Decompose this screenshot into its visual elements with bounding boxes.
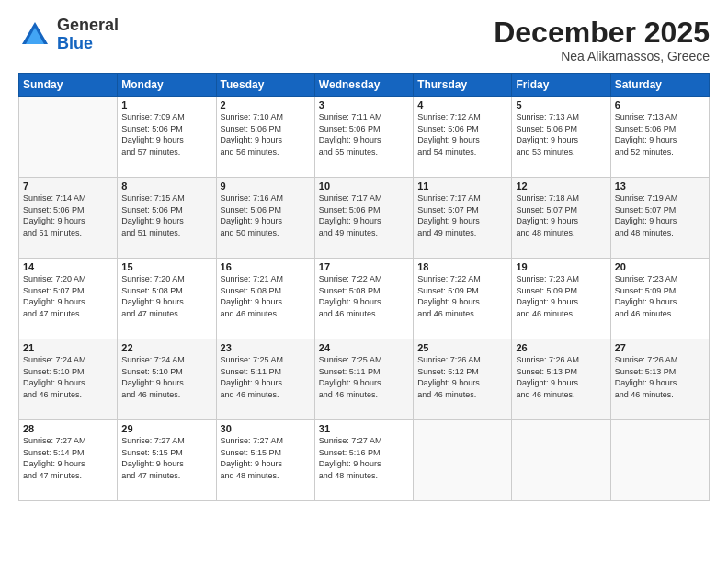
day-info: Sunrise: 7:24 AMSunset: 5:10 PMDaylight:… (121, 354, 211, 400)
table-row (414, 420, 512, 501)
logo-general: General (57, 16, 119, 34)
table-row (19, 97, 118, 178)
day-number: 11 (417, 180, 507, 191)
day-info: Sunrise: 7:20 AMSunset: 5:08 PMDaylight:… (121, 273, 211, 319)
day-info: Sunrise: 7:13 AMSunset: 5:06 PMDaylight:… (516, 111, 606, 157)
day-info: Sunrise: 7:10 AMSunset: 5:06 PMDaylight:… (221, 111, 311, 157)
calendar-week-row: 21Sunrise: 7:24 AMSunset: 5:10 PMDayligh… (19, 339, 710, 420)
col-wednesday: Wednesday (314, 74, 413, 97)
day-info: Sunrise: 7:25 AMSunset: 5:11 PMDaylight:… (319, 354, 409, 400)
day-number: 16 (221, 261, 311, 272)
day-number: 17 (319, 261, 409, 272)
table-row: 18Sunrise: 7:22 AMSunset: 5:09 PMDayligh… (414, 259, 512, 339)
table-row: 22Sunrise: 7:24 AMSunset: 5:10 PMDayligh… (118, 339, 216, 420)
table-row: 23Sunrise: 7:25 AMSunset: 5:11 PMDayligh… (216, 339, 314, 420)
calendar-week-row: 7Sunrise: 7:14 AMSunset: 5:06 PMDaylight… (19, 178, 710, 259)
day-number: 20 (615, 261, 705, 272)
title-area: December 2025 Nea Alikarnassos, Greece (494, 17, 710, 63)
day-info: Sunrise: 7:26 AMSunset: 5:13 PMDaylight:… (615, 354, 705, 400)
table-row (512, 420, 610, 501)
day-number: 9 (221, 180, 311, 191)
day-info: Sunrise: 7:23 AMSunset: 5:09 PMDaylight:… (615, 273, 705, 319)
logo-icon (18, 18, 51, 52)
table-row: 29Sunrise: 7:27 AMSunset: 5:15 PMDayligh… (118, 420, 216, 501)
day-number: 22 (121, 342, 211, 353)
table-row: 7Sunrise: 7:14 AMSunset: 5:06 PMDaylight… (19, 178, 118, 259)
day-number: 3 (319, 99, 409, 110)
col-saturday: Saturday (610, 74, 709, 97)
day-number: 5 (516, 99, 606, 110)
col-monday: Monday (118, 74, 216, 97)
day-info: Sunrise: 7:20 AMSunset: 5:07 PMDaylight:… (23, 273, 113, 319)
day-info: Sunrise: 7:22 AMSunset: 5:08 PMDaylight:… (319, 273, 409, 319)
day-info: Sunrise: 7:17 AMSunset: 5:06 PMDaylight:… (319, 192, 409, 238)
table-row: 28Sunrise: 7:27 AMSunset: 5:14 PMDayligh… (19, 420, 118, 501)
col-thursday: Thursday (414, 74, 512, 97)
day-info: Sunrise: 7:11 AMSunset: 5:06 PMDaylight:… (319, 111, 409, 157)
day-info: Sunrise: 7:18 AMSunset: 5:07 PMDaylight:… (516, 192, 606, 238)
table-row (610, 420, 709, 501)
table-row: 5Sunrise: 7:13 AMSunset: 5:06 PMDaylight… (512, 97, 610, 178)
col-friday: Friday (512, 74, 610, 97)
table-row: 8Sunrise: 7:15 AMSunset: 5:06 PMDaylight… (118, 178, 216, 259)
day-info: Sunrise: 7:13 AMSunset: 5:06 PMDaylight:… (615, 111, 705, 157)
day-number: 31 (319, 423, 409, 434)
table-row: 11Sunrise: 7:17 AMSunset: 5:07 PMDayligh… (414, 178, 512, 259)
day-number: 21 (23, 342, 113, 353)
page: General Blue December 2025 Nea Alikarnas… (0, 0, 728, 563)
logo-blue: Blue (57, 34, 93, 52)
month-title: December 2025 (494, 17, 710, 49)
day-info: Sunrise: 7:27 AMSunset: 5:15 PMDaylight:… (221, 435, 311, 481)
calendar-table: Sunday Monday Tuesday Wednesday Thursday… (18, 73, 710, 501)
day-number: 2 (221, 99, 311, 110)
day-info: Sunrise: 7:19 AMSunset: 5:07 PMDaylight:… (615, 192, 705, 238)
table-row: 10Sunrise: 7:17 AMSunset: 5:06 PMDayligh… (314, 178, 413, 259)
day-number: 28 (23, 423, 113, 434)
day-number: 12 (516, 180, 606, 191)
day-info: Sunrise: 7:16 AMSunset: 5:06 PMDaylight:… (221, 192, 311, 238)
day-number: 10 (319, 180, 409, 191)
day-info: Sunrise: 7:15 AMSunset: 5:06 PMDaylight:… (121, 192, 211, 238)
day-number: 7 (23, 180, 113, 191)
day-info: Sunrise: 7:12 AMSunset: 5:06 PMDaylight:… (417, 111, 507, 157)
table-row: 15Sunrise: 7:20 AMSunset: 5:08 PMDayligh… (118, 259, 216, 339)
col-tuesday: Tuesday (216, 74, 314, 97)
table-row: 19Sunrise: 7:23 AMSunset: 5:09 PMDayligh… (512, 259, 610, 339)
table-row: 26Sunrise: 7:26 AMSunset: 5:13 PMDayligh… (512, 339, 610, 420)
day-number: 27 (615, 342, 705, 353)
day-number: 8 (121, 180, 211, 191)
day-info: Sunrise: 7:26 AMSunset: 5:12 PMDaylight:… (417, 354, 507, 400)
table-row: 4Sunrise: 7:12 AMSunset: 5:06 PMDaylight… (414, 97, 512, 178)
table-row: 13Sunrise: 7:19 AMSunset: 5:07 PMDayligh… (610, 178, 709, 259)
day-info: Sunrise: 7:09 AMSunset: 5:06 PMDaylight:… (121, 111, 211, 157)
calendar-week-row: 14Sunrise: 7:20 AMSunset: 5:07 PMDayligh… (19, 259, 710, 339)
header: General Blue December 2025 Nea Alikarnas… (18, 17, 710, 63)
day-info: Sunrise: 7:24 AMSunset: 5:10 PMDaylight:… (23, 354, 113, 400)
table-row: 12Sunrise: 7:18 AMSunset: 5:07 PMDayligh… (512, 178, 610, 259)
day-info: Sunrise: 7:27 AMSunset: 5:15 PMDaylight:… (121, 435, 211, 481)
day-number: 19 (516, 261, 606, 272)
day-number: 4 (417, 99, 507, 110)
table-row: 31Sunrise: 7:27 AMSunset: 5:16 PMDayligh… (314, 420, 413, 501)
day-number: 25 (417, 342, 507, 353)
table-row: 2Sunrise: 7:10 AMSunset: 5:06 PMDaylight… (216, 97, 314, 178)
col-sunday: Sunday (19, 74, 118, 97)
table-row: 20Sunrise: 7:23 AMSunset: 5:09 PMDayligh… (610, 259, 709, 339)
table-row: 3Sunrise: 7:11 AMSunset: 5:06 PMDaylight… (314, 97, 413, 178)
day-number: 6 (615, 99, 705, 110)
day-number: 29 (121, 423, 211, 434)
table-row: 27Sunrise: 7:26 AMSunset: 5:13 PMDayligh… (610, 339, 709, 420)
table-row: 9Sunrise: 7:16 AMSunset: 5:06 PMDaylight… (216, 178, 314, 259)
table-row: 16Sunrise: 7:21 AMSunset: 5:08 PMDayligh… (216, 259, 314, 339)
day-number: 18 (417, 261, 507, 272)
day-info: Sunrise: 7:27 AMSunset: 5:16 PMDaylight:… (319, 435, 409, 481)
table-row: 21Sunrise: 7:24 AMSunset: 5:10 PMDayligh… (19, 339, 118, 420)
day-number: 14 (23, 261, 113, 272)
location-subtitle: Nea Alikarnassos, Greece (494, 49, 710, 63)
day-info: Sunrise: 7:14 AMSunset: 5:06 PMDaylight:… (23, 192, 113, 238)
table-row: 25Sunrise: 7:26 AMSunset: 5:12 PMDayligh… (414, 339, 512, 420)
day-info: Sunrise: 7:21 AMSunset: 5:08 PMDaylight:… (221, 273, 311, 319)
day-number: 24 (319, 342, 409, 353)
day-number: 13 (615, 180, 705, 191)
day-info: Sunrise: 7:25 AMSunset: 5:11 PMDaylight:… (221, 354, 311, 400)
